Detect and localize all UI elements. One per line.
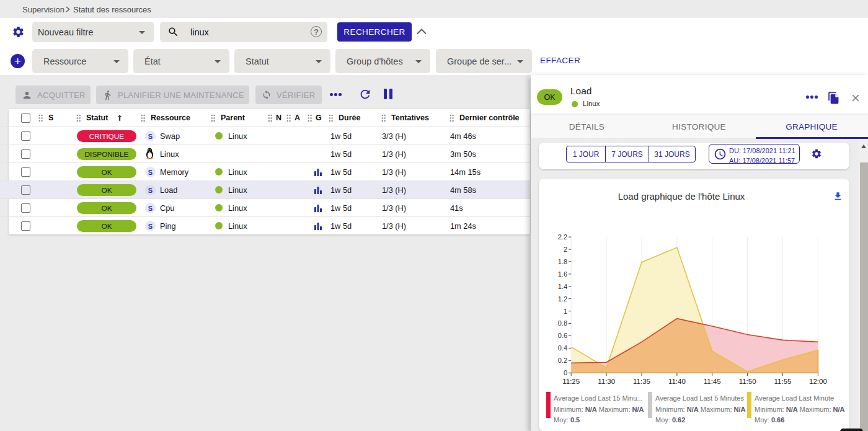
svg-text:0.2: 0.2 xyxy=(558,357,567,364)
svg-text:1: 1 xyxy=(564,308,567,315)
svg-text:1.6: 1.6 xyxy=(558,270,567,278)
svg-text:1.2: 1.2 xyxy=(558,295,567,303)
svg-text:1.8: 1.8 xyxy=(558,258,567,265)
svg-text:0.8: 0.8 xyxy=(558,319,567,327)
svg-text:11:30: 11:30 xyxy=(598,378,615,385)
svg-text:11:55: 11:55 xyxy=(774,378,792,385)
svg-text:11:25: 11:25 xyxy=(562,378,580,385)
svg-text:11:35: 11:35 xyxy=(633,378,650,385)
svg-text:11:40: 11:40 xyxy=(668,378,686,385)
svg-text:1.4: 1.4 xyxy=(558,283,567,290)
svg-text:2.2: 2.2 xyxy=(558,233,567,241)
svg-text:0: 0 xyxy=(564,369,567,376)
svg-text:12:00: 12:00 xyxy=(809,378,827,385)
svg-text:2: 2 xyxy=(564,246,567,253)
svg-text:11:45: 11:45 xyxy=(704,378,721,385)
svg-text:0.6: 0.6 xyxy=(558,332,567,339)
svg-text:11:50: 11:50 xyxy=(739,378,756,385)
svg-text:0.4: 0.4 xyxy=(558,344,567,352)
